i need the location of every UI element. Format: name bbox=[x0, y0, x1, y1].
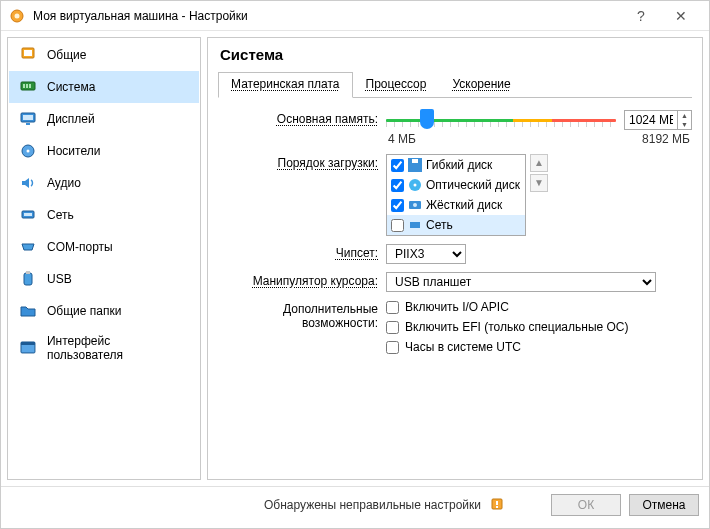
svg-rect-14 bbox=[24, 213, 32, 216]
sidebar-item-network[interactable]: Сеть bbox=[9, 199, 199, 231]
page-title: Система bbox=[220, 46, 692, 63]
serial-icon bbox=[19, 238, 37, 256]
utc-label: Часы в системе UTC bbox=[405, 340, 521, 354]
sidebar-item-label: Система bbox=[47, 80, 95, 94]
close-button[interactable]: ✕ bbox=[661, 8, 701, 24]
boot-item-label: Гибкий диск bbox=[426, 158, 492, 172]
svg-rect-9 bbox=[23, 115, 33, 120]
sidebar-item-label: Аудио bbox=[47, 176, 81, 190]
svg-rect-3 bbox=[24, 50, 32, 56]
sidebar-item-label: USB bbox=[47, 272, 72, 286]
boot-move-up-button[interactable]: ▲ bbox=[530, 154, 548, 172]
svg-point-22 bbox=[414, 184, 417, 187]
sidebar-item-label: Сеть bbox=[47, 208, 74, 222]
network-small-icon bbox=[408, 218, 422, 232]
boot-item-harddisk[interactable]: Жёсткий диск bbox=[387, 195, 525, 215]
warning-icon bbox=[489, 497, 505, 513]
harddisk-icon bbox=[408, 198, 422, 212]
sidebar-item-ui[interactable]: Интерфейс пользователя bbox=[9, 327, 199, 369]
memory-max: 8192 МБ bbox=[642, 132, 690, 146]
tab-label: Ускорение bbox=[452, 77, 510, 91]
svg-rect-7 bbox=[29, 84, 31, 88]
warning-text: Обнаружены неправильные настройки bbox=[264, 498, 481, 512]
efi-checkbox[interactable] bbox=[386, 321, 399, 334]
sidebar-item-usb[interactable]: USB bbox=[9, 263, 199, 295]
boot-checkbox[interactable] bbox=[391, 219, 404, 232]
sidebar-item-shared-folders[interactable]: Общие папки bbox=[9, 295, 199, 327]
app-icon bbox=[9, 8, 25, 24]
memory-spinbox[interactable]: ▲▼ bbox=[624, 110, 692, 130]
chipset-label: Чипсет: bbox=[218, 244, 386, 260]
ok-button[interactable]: ОК bbox=[551, 494, 621, 516]
svg-rect-18 bbox=[21, 342, 35, 345]
tab-motherboard[interactable]: Материнская плата bbox=[218, 72, 353, 98]
general-icon bbox=[19, 46, 37, 64]
utc-checkbox[interactable] bbox=[386, 341, 399, 354]
boot-checkbox[interactable] bbox=[391, 179, 404, 192]
svg-rect-20 bbox=[412, 159, 418, 163]
sidebar-item-system[interactable]: Система bbox=[9, 71, 199, 103]
main-panel: Система Материнская плата Процессор Уско… bbox=[207, 37, 703, 480]
ioapic-label: Включить I/O APIC bbox=[405, 300, 509, 314]
display-icon bbox=[19, 110, 37, 128]
window-title: Моя виртуальная машина - Настройки bbox=[33, 9, 621, 23]
tab-acceleration[interactable]: Ускорение bbox=[439, 72, 523, 98]
boot-checkbox[interactable] bbox=[391, 199, 404, 212]
memory-input[interactable] bbox=[625, 113, 677, 127]
svg-point-1 bbox=[15, 13, 20, 18]
memory-slider[interactable] bbox=[386, 111, 616, 129]
sidebar-item-label: COM-порты bbox=[47, 240, 113, 254]
pointer-label: Манипулятор курсора: bbox=[218, 272, 386, 288]
boot-item-floppy[interactable]: Гибкий диск bbox=[387, 155, 525, 175]
help-button[interactable]: ? bbox=[621, 8, 661, 24]
sidebar-item-general[interactable]: Общие bbox=[9, 39, 199, 71]
svg-rect-25 bbox=[410, 222, 420, 228]
ui-icon bbox=[19, 339, 37, 357]
floppy-icon bbox=[408, 158, 422, 172]
svg-point-24 bbox=[413, 203, 417, 207]
sidebar-item-label: Общие папки bbox=[47, 304, 121, 318]
cancel-button[interactable]: Отмена bbox=[629, 494, 699, 516]
spin-down-icon[interactable]: ▼ bbox=[678, 120, 691, 129]
network-icon bbox=[19, 206, 37, 224]
footer: Обнаружены неправильные настройки ОК Отм… bbox=[1, 486, 709, 522]
advanced-label: Дополнительные возможности: bbox=[218, 300, 386, 330]
folder-icon bbox=[19, 302, 37, 320]
storage-icon bbox=[19, 142, 37, 160]
usb-icon bbox=[19, 270, 37, 288]
slider-thumb[interactable] bbox=[420, 109, 434, 129]
svg-rect-27 bbox=[496, 501, 498, 505]
spin-up-icon[interactable]: ▲ bbox=[678, 111, 691, 120]
sidebar-item-label: Дисплей bbox=[47, 112, 95, 126]
sidebar-item-serial[interactable]: COM-порты bbox=[9, 231, 199, 263]
tabs: Материнская плата Процессор Ускорение bbox=[218, 71, 692, 98]
memory-min: 4 МБ bbox=[388, 132, 416, 146]
system-icon bbox=[19, 78, 37, 96]
sidebar-item-label: Носители bbox=[47, 144, 100, 158]
efi-label: Включить EFI (только специальные ОС) bbox=[405, 320, 629, 334]
audio-icon bbox=[19, 174, 37, 192]
pointer-select[interactable]: USB планшет bbox=[386, 272, 656, 292]
tab-label: Материнская плата bbox=[231, 77, 340, 91]
tab-processor[interactable]: Процессор bbox=[353, 72, 440, 98]
boot-order-list[interactable]: Гибкий диск Оптический диск Жёсткий диск bbox=[386, 154, 526, 236]
tab-label: Процессор bbox=[366, 77, 427, 91]
boot-item-label: Жёсткий диск bbox=[426, 198, 502, 212]
boot-item-label: Сеть bbox=[426, 218, 453, 232]
boot-label: Порядок загрузки: bbox=[218, 154, 386, 170]
boot-checkbox[interactable] bbox=[391, 159, 404, 172]
sidebar-item-audio[interactable]: Аудио bbox=[9, 167, 199, 199]
sidebar-item-storage[interactable]: Носители bbox=[9, 135, 199, 167]
boot-move-down-button[interactable]: ▼ bbox=[530, 174, 548, 192]
boot-item-network[interactable]: Сеть bbox=[387, 215, 525, 235]
sidebar-item-display[interactable]: Дисплей bbox=[9, 103, 199, 135]
svg-rect-5 bbox=[23, 84, 25, 88]
ioapic-checkbox[interactable] bbox=[386, 301, 399, 314]
svg-rect-16 bbox=[26, 271, 30, 274]
svg-rect-15 bbox=[24, 273, 32, 285]
chipset-select[interactable]: PIIX3 bbox=[386, 244, 466, 264]
memory-label: Основная память: bbox=[218, 110, 386, 126]
boot-item-optical[interactable]: Оптический диск bbox=[387, 175, 525, 195]
sidebar-item-label: Интерфейс пользователя bbox=[47, 334, 189, 362]
settings-sidebar: Общие Система Дисплей Носители Аудио Сет… bbox=[7, 37, 201, 480]
